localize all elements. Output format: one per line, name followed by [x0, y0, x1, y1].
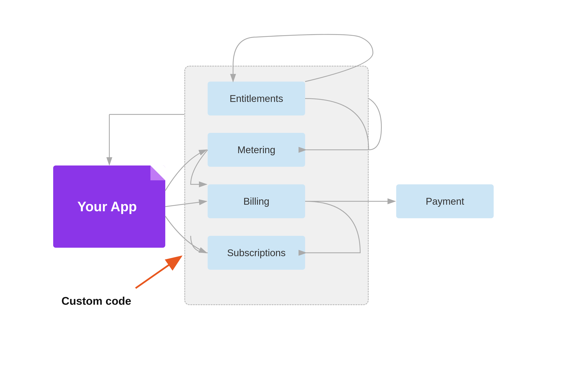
diagram-container: Your App Entitlements Metering Billing S… [0, 0, 578, 392]
metering-box: Metering [208, 133, 305, 167]
payment-box: Payment [396, 184, 494, 218]
subscriptions-label: Subscriptions [227, 247, 286, 258]
your-app-box: Your App [53, 165, 165, 248]
billing-box: Billing [208, 184, 305, 218]
payment-label: Payment [426, 196, 464, 207]
custom-code-arrow [136, 256, 181, 288]
metering-label: Metering [238, 144, 275, 155]
billing-label: Billing [243, 196, 270, 207]
subscriptions-box: Subscriptions [208, 236, 305, 270]
entitlements-box: Entitlements [208, 82, 305, 115]
custom-code-label: Custom code [61, 294, 131, 307]
right-loop-metering [369, 98, 381, 150]
entitlements-label: Entitlements [230, 93, 283, 104]
your-app-label: Your App [77, 198, 141, 215]
